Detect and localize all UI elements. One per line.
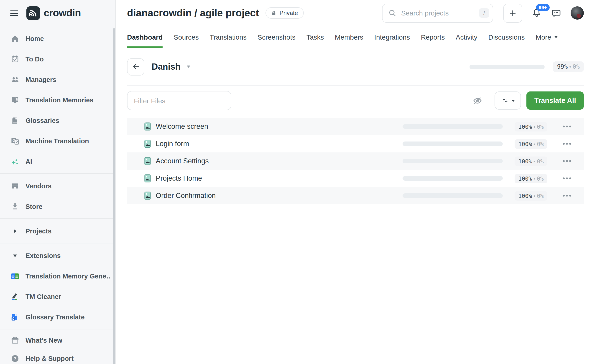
crowdin-logo-icon xyxy=(27,6,40,20)
image-file-icon xyxy=(144,122,151,130)
sidebar-divider xyxy=(0,218,115,219)
file-progress-stats: 100%•0% xyxy=(515,122,547,131)
sidebar-item-projects[interactable]: Projects xyxy=(0,221,115,241)
notifications-button[interactable]: 99+ xyxy=(532,8,542,18)
managers-icon xyxy=(10,75,20,84)
file-row[interactable]: Account Settings 100%•0% xyxy=(127,152,584,170)
file-progress-bar xyxy=(403,159,503,163)
sidebar-scrollbar[interactable] xyxy=(113,28,115,364)
language-name[interactable]: Danish xyxy=(152,62,180,72)
sidebar-divider xyxy=(0,173,115,174)
image-file-icon xyxy=(144,157,151,165)
add-project-button[interactable] xyxy=(503,3,522,23)
image-file-icon xyxy=(144,174,151,182)
sidebar-item-glossary-translate[interactable]: Glossary Translate xyxy=(0,307,115,327)
row-menu-button[interactable] xyxy=(562,123,572,130)
file-list: Welcome screen 100%•0% Login form 100%•0… xyxy=(127,118,584,204)
tab-activity[interactable]: Activity xyxy=(456,26,477,48)
tm-generator-icon xyxy=(10,271,20,280)
store-download-icon xyxy=(10,202,20,211)
user-avatar[interactable] xyxy=(571,6,584,20)
file-name[interactable]: Projects Home xyxy=(156,174,202,182)
sidebar-item-managers[interactable]: Managers xyxy=(0,69,115,90)
plus-icon xyxy=(508,8,517,18)
file-name[interactable]: Welcome screen xyxy=(156,122,208,130)
sidebar-item-todo[interactable]: To Do xyxy=(0,49,115,69)
sidebar-nav: Home To Do Managers Translation Memories… xyxy=(0,26,115,364)
tab-more[interactable]: More xyxy=(536,26,558,48)
sidebar-item-vendors[interactable]: Vendors xyxy=(0,176,115,196)
eye-off-icon xyxy=(472,95,483,106)
image-file-icon xyxy=(144,192,151,200)
tab-tasks[interactable]: Tasks xyxy=(306,26,324,48)
app-window: crowdin Home To Do Managers Translation … xyxy=(0,0,592,364)
help-icon: ? xyxy=(10,354,20,363)
sidebar-divider xyxy=(0,243,115,243)
row-menu-button[interactable] xyxy=(562,192,572,199)
sidebar: crowdin Home To Do Managers Translation … xyxy=(0,0,116,364)
sidebar-item-tm-cleaner[interactable]: TM Cleaner xyxy=(0,286,115,307)
sidebar-item-translation-memories[interactable]: Translation Memories xyxy=(0,90,115,110)
tab-reports[interactable]: Reports xyxy=(421,26,445,48)
translated-percent: 99% xyxy=(557,63,568,70)
file-row[interactable]: Welcome screen 100%•0% xyxy=(127,118,584,135)
hamburger-menu-icon[interactable] xyxy=(7,6,21,20)
search-shortcut-key: / xyxy=(479,8,489,18)
language-header: Danish 99%•0% xyxy=(127,48,584,85)
filter-files-input[interactable] xyxy=(127,91,231,110)
sidebar-item-whats-new[interactable]: What's New xyxy=(0,331,115,350)
file-progress-bar xyxy=(403,176,503,181)
file-name[interactable]: Order Confirmation xyxy=(156,192,216,200)
search-input[interactable] xyxy=(400,9,476,17)
file-progress-stats: 100%•0% xyxy=(515,139,547,149)
arrow-left-icon xyxy=(131,62,140,71)
tab-dashboard[interactable]: Dashboard xyxy=(127,26,163,48)
file-progress-bar xyxy=(403,193,503,198)
sort-arrows-icon xyxy=(501,97,509,105)
page-title: dianacrowdin / agile project xyxy=(127,7,259,19)
file-progress-bar xyxy=(403,142,503,146)
main-content: dianacrowdin / agile project Private / 9… xyxy=(116,0,592,364)
ai-sparkles-icon xyxy=(10,157,20,166)
crowdin-logo[interactable]: crowdin xyxy=(27,6,81,20)
sidebar-item-store[interactable]: Store xyxy=(0,196,115,217)
tab-sources[interactable]: Sources xyxy=(174,26,199,48)
sidebar-item-help-support[interactable]: ? Help & Support xyxy=(0,350,115,364)
messages-button[interactable] xyxy=(551,8,561,18)
file-row[interactable]: Projects Home 100%•0% xyxy=(127,170,584,187)
row-menu-button[interactable] xyxy=(562,140,572,147)
translate-all-button[interactable]: Translate All xyxy=(527,91,584,110)
tab-integrations[interactable]: Integrations xyxy=(374,26,410,48)
sidebar-item-tm-generator[interactable]: Translation Memory Gene… xyxy=(0,266,115,286)
tab-members[interactable]: Members xyxy=(335,26,363,48)
sidebar-item-home[interactable]: Home xyxy=(0,28,115,49)
home-icon xyxy=(10,34,20,43)
glossary-translate-icon xyxy=(10,312,20,321)
approved-percent: 0% xyxy=(573,63,580,70)
private-badge: Private xyxy=(265,7,304,19)
sidebar-item-extensions[interactable]: Extensions xyxy=(0,245,115,266)
search-box[interactable]: / xyxy=(382,3,493,23)
vendors-icon xyxy=(10,181,20,190)
back-button[interactable] xyxy=(127,58,144,75)
file-name[interactable]: Account Settings xyxy=(156,157,209,165)
language-dropdown-caret-icon[interactable] xyxy=(187,65,191,68)
file-progress-bar xyxy=(403,124,503,129)
sort-button[interactable] xyxy=(495,91,521,110)
sidebar-item-machine-translation[interactable]: G Machine Translation xyxy=(0,130,115,151)
search-icon xyxy=(388,9,397,17)
tab-discussions[interactable]: Discussions xyxy=(488,26,525,48)
files-toolbar: Translate All xyxy=(127,91,584,110)
file-row[interactable]: Login form 100%•0% xyxy=(127,135,584,152)
hide-completed-button[interactable] xyxy=(472,95,483,106)
row-menu-button[interactable] xyxy=(562,175,572,182)
sidebar-item-glossaries[interactable]: Glossaries xyxy=(0,110,115,130)
tab-screenshots[interactable]: Screenshots xyxy=(258,26,296,48)
row-menu-button[interactable] xyxy=(562,157,572,165)
tab-translations[interactable]: Translations xyxy=(210,26,246,48)
file-name[interactable]: Login form xyxy=(156,140,189,148)
language-progress-bar xyxy=(470,64,545,69)
sidebar-item-ai[interactable]: AI xyxy=(0,151,115,172)
lock-icon xyxy=(270,10,277,16)
file-row[interactable]: Order Confirmation 100%•0% xyxy=(127,187,584,204)
